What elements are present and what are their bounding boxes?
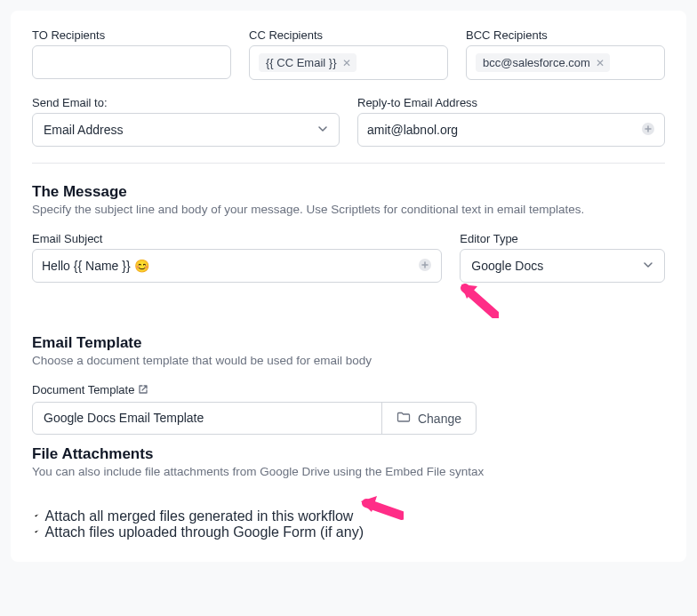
bcc-chip-label: bcc@salesforce.com	[483, 56, 590, 69]
editor-type-label: Editor Type	[460, 232, 665, 245]
to-recipients-input[interactable]	[32, 45, 231, 79]
bcc-chip[interactable]: bcc@salesforce.com ✕	[476, 53, 610, 72]
to-label: TO Recipients	[32, 28, 231, 42]
chevron-down-icon	[643, 259, 653, 273]
template-section-subtitle: Choose a document template that would be…	[32, 354, 665, 367]
form-panel: TO Recipients CC Recipients {{ CC Email …	[11, 11, 686, 562]
message-section-subtitle: Specify the subject line and body of you…	[32, 203, 665, 216]
subject-editor-row: Email Subject Hello {{ Name }} 😊 Editor …	[32, 232, 665, 318]
cc-recipients-col: CC Recipients {{ CC Email }} ✕	[249, 28, 448, 80]
document-template-name: Google Docs Email Template	[33, 403, 381, 434]
arrow-annotation-icon	[460, 283, 499, 318]
editor-type-col: Editor Type Google Docs	[460, 232, 665, 318]
reply-to-value: amit@labnol.org	[367, 123, 458, 137]
send-to-select[interactable]: Email Address	[32, 113, 340, 147]
reply-to-col: Reply-to Email Address amit@labnol.org	[357, 96, 665, 147]
bcc-label: BCC Recipients	[466, 28, 665, 42]
folder-icon	[397, 411, 411, 426]
cc-chip[interactable]: {{ CC Email }} ✕	[259, 53, 357, 72]
attach-merged-checkbox[interactable]	[32, 508, 45, 524]
send-to-value: Email Address	[44, 123, 123, 137]
document-template-row: Google Docs Email Template Change	[32, 402, 477, 435]
subject-label: Email Subject	[32, 232, 442, 245]
attach-uploaded-row: Attach files uploaded through Google For…	[32, 524, 665, 540]
recipients-row: TO Recipients CC Recipients {{ CC Email …	[32, 28, 665, 80]
plus-icon[interactable]	[641, 122, 655, 139]
doc-template-label: Document Template	[32, 383, 665, 396]
reply-to-input[interactable]: amit@labnol.org	[357, 113, 665, 147]
change-label: Change	[418, 412, 461, 426]
template-section-title: Email Template	[32, 334, 665, 352]
to-recipients-col: TO Recipients	[32, 28, 231, 80]
external-link-icon[interactable]	[138, 383, 148, 396]
chevron-down-icon	[317, 123, 328, 137]
attach-merged-label: Attach all merged files generated in thi…	[45, 508, 354, 524]
cc-chip-remove-icon[interactable]: ✕	[342, 58, 351, 68]
editor-type-value: Google Docs	[471, 259, 543, 273]
subject-col: Email Subject Hello {{ Name }} 😊	[32, 232, 442, 318]
send-to-label: Send Email to:	[32, 96, 340, 109]
bcc-recipients-col: BCC Recipients bcc@salesforce.com ✕	[466, 28, 665, 80]
cc-chip-label: {{ CC Email }}	[266, 56, 337, 69]
sendto-replyto-row: Send Email to: Email Address Reply-to Em…	[32, 96, 665, 147]
bcc-recipients-input[interactable]: bcc@salesforce.com ✕	[466, 45, 665, 80]
attach-uploaded-checkbox[interactable]	[32, 524, 45, 540]
attachments-section-title: File Attachments	[32, 445, 665, 463]
editor-type-select[interactable]: Google Docs	[460, 249, 665, 283]
reply-to-label: Reply-to Email Address	[357, 96, 665, 109]
plus-icon[interactable]	[418, 258, 432, 275]
change-template-button[interactable]: Change	[381, 403, 476, 434]
divider	[32, 163, 665, 164]
cc-recipients-input[interactable]: {{ CC Email }} ✕	[249, 45, 448, 80]
message-section-title: The Message	[32, 183, 665, 201]
subject-input[interactable]: Hello {{ Name }} 😊	[32, 249, 442, 283]
attach-uploaded-label: Attach files uploaded through Google For…	[45, 524, 364, 540]
attachments-section-subtitle: You can also include file attachments fr…	[32, 465, 665, 478]
send-to-col: Send Email to: Email Address	[32, 96, 340, 147]
cc-label: CC Recipients	[249, 28, 448, 42]
bcc-chip-remove-icon[interactable]: ✕	[596, 58, 605, 68]
subject-value: Hello {{ Name }} 😊	[42, 259, 149, 273]
attach-merged-row: Attach all merged files generated in thi…	[32, 494, 665, 524]
arrow-annotation-icon	[357, 494, 404, 521]
